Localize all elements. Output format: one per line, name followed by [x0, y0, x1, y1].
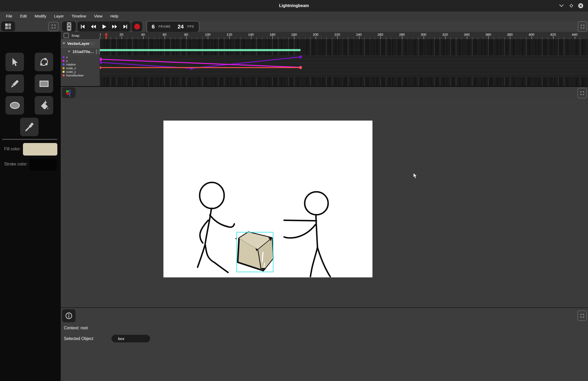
- snap-checkbox[interactable]: [64, 33, 69, 38]
- ruler-label: 200: [313, 33, 318, 37]
- property-row-scale_y[interactable]: scale_y: [61, 70, 100, 74]
- property-label: y: [66, 59, 68, 62]
- timeline-expand-button[interactable]: [578, 21, 587, 32]
- ruler-label: 120: [226, 33, 232, 37]
- ruler-label: 380: [507, 33, 513, 37]
- skip-to-end-icon: [122, 23, 129, 30]
- stroke-color-swatch[interactable]: [30, 159, 57, 171]
- property-color-dot: [63, 71, 65, 73]
- rewind-button[interactable]: [88, 21, 99, 32]
- mouse-cursor: [413, 173, 418, 179]
- skip-to-end-button[interactable]: [120, 21, 131, 32]
- keyframe-marker: [100, 66, 101, 69]
- object-track-strip[interactable]: [100, 47, 588, 55]
- pencil-tool-button[interactable]: [5, 74, 24, 93]
- tools-scrollbar[interactable]: [2, 139, 57, 140]
- property-color-dot: [63, 63, 65, 66]
- fps-label: FPS: [187, 25, 194, 28]
- info-button[interactable]: [62, 309, 76, 322]
- property-label: rotation: [66, 63, 76, 66]
- property-label: scale_y: [66, 70, 76, 73]
- canvas-area[interactable]: [61, 98, 588, 307]
- paint-bucket-tool-button[interactable]: [35, 96, 53, 115]
- collapse-caret-icon[interactable]: [68, 51, 70, 52]
- property-row-scale_x[interactable]: scale_x: [61, 66, 100, 70]
- film-icon: [65, 22, 73, 31]
- grid-icon: [5, 23, 11, 30]
- selected-object-input[interactable]: box: [112, 335, 150, 342]
- snap-row: Snap: [61, 32, 100, 39]
- layer-row[interactable]: VectorLayer [L]: [61, 39, 100, 47]
- drawing-canvas[interactable]: [163, 121, 372, 277]
- box-object: [235, 232, 273, 271]
- play-button[interactable]: [99, 21, 109, 32]
- canvas-panel-header: [61, 87, 588, 98]
- property-label: frameNumber: [66, 74, 84, 77]
- empty-track-strip[interactable]: [100, 77, 588, 86]
- property-row-frameNumber[interactable]: frameNumber: [61, 74, 100, 77]
- close-button[interactable]: [577, 2, 584, 9]
- property-color-dot: [63, 60, 65, 62]
- close-icon: [578, 3, 584, 9]
- keyframe-marker: [299, 66, 302, 69]
- layer-type-badge: [L]: [91, 42, 94, 45]
- property-row-rotation[interactable]: rotation: [61, 63, 100, 66]
- collapse-caret-icon[interactable]: [62, 43, 65, 44]
- property-label: x: [66, 56, 68, 59]
- diamond-icon: [569, 4, 573, 8]
- ruler-label: 400: [529, 33, 534, 37]
- ruler-label: 220: [334, 33, 340, 37]
- canvas-expand-button[interactable]: [578, 88, 587, 98]
- curve-editor-area[interactable]: [100, 55, 588, 77]
- menu-timeline[interactable]: Timeline: [68, 11, 90, 21]
- scene-artwork: [163, 121, 372, 277]
- ruler-major-ticks: [100, 36, 588, 39]
- app-window: Lightningbeam FileEditModifyLayerTimelin…: [0, 0, 588, 381]
- ruler-label: 100: [205, 33, 211, 37]
- fast-forward-button[interactable]: [109, 21, 120, 32]
- layer-track-strip[interactable]: [100, 39, 588, 47]
- menu-view[interactable]: View: [91, 11, 106, 21]
- keyframe-span-bar[interactable]: [100, 49, 301, 51]
- maximize-button[interactable]: [568, 2, 575, 9]
- ruler-label: 280: [399, 33, 405, 37]
- timeline-ruler[interactable]: 0204060801001201401601802002202402602803…: [100, 32, 588, 39]
- canvas-mode-button[interactable]: [62, 87, 76, 98]
- fill-color-swatch[interactable]: [23, 143, 57, 156]
- fps-value: 24: [177, 23, 183, 30]
- rectangle-icon: [39, 78, 50, 89]
- menu-layer[interactable]: Layer: [51, 11, 67, 21]
- property-row-y[interactable]: y: [61, 59, 100, 63]
- skip-to-start-button[interactable]: [77, 21, 88, 32]
- playhead-marker[interactable]: [104, 32, 108, 39]
- eyedropper-tool-button[interactable]: [20, 118, 39, 136]
- animation-curves: [100, 55, 588, 77]
- rectangle-tool-button[interactable]: [35, 74, 53, 93]
- menu-help[interactable]: Help: [107, 11, 122, 21]
- record-button[interactable]: [132, 21, 142, 32]
- cursor-icon: [9, 57, 20, 68]
- film-button[interactable]: [62, 21, 76, 32]
- track-swatch-button[interactable]: [96, 49, 97, 54]
- menu-edit[interactable]: Edit: [17, 11, 30, 21]
- ellipse-tool-button[interactable]: [5, 96, 24, 115]
- menu-file[interactable]: File: [3, 11, 16, 21]
- track-row[interactable]: 151ad70a… ~: [61, 47, 100, 55]
- ruler-label: 0: [100, 33, 101, 37]
- track-name: 151ad70a…: [72, 49, 94, 54]
- inspector-expand-button[interactable]: [578, 311, 587, 321]
- select-tool-button[interactable]: [5, 53, 24, 71]
- expand-icon: [51, 24, 56, 29]
- property-row-x[interactable]: x: [61, 55, 100, 59]
- panel-grid-button[interactable]: [1, 21, 15, 31]
- node-editor-tool-button[interactable]: [35, 53, 53, 71]
- ruler-label: 420: [550, 33, 556, 37]
- timeline-toolbar: 6 FRAME 24 FPS: [61, 21, 588, 32]
- shade-button[interactable]: [558, 2, 565, 9]
- skip-to-start-icon: [79, 23, 86, 30]
- stroke-color-label: Stroke color:: [4, 162, 28, 166]
- menu-modify[interactable]: Modify: [31, 11, 50, 21]
- inspector-panel: Context: root Selected Object box: [61, 307, 588, 381]
- tools-expand-button[interactable]: [48, 22, 58, 31]
- ruler-label: 240: [356, 33, 362, 37]
